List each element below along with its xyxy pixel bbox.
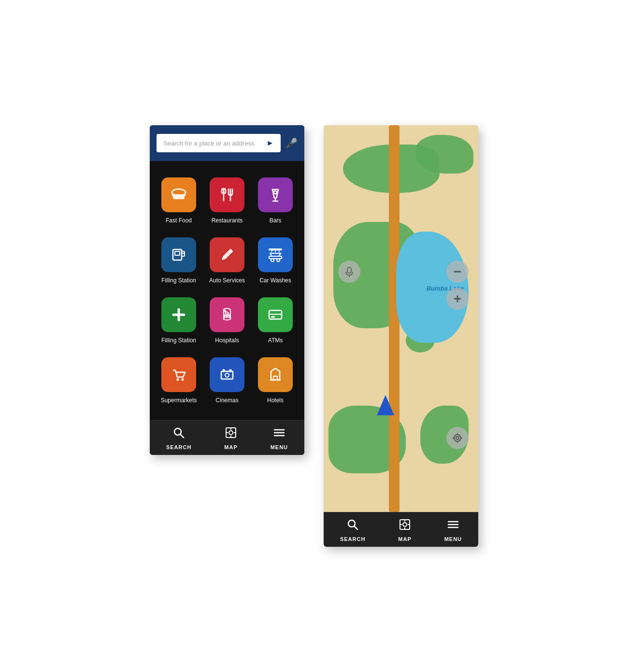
atms-icon-box: [258, 297, 293, 332]
filling-station-icon-box: [161, 237, 196, 272]
phone-left: Search for a place or an address ► 🎤 Fas…: [150, 125, 304, 455]
svg-point-28: [177, 379, 179, 381]
svg-point-13: [223, 257, 225, 259]
restaurants-icon-box: [210, 177, 244, 212]
icons-grid: Fast Food Restaurants Bars Filling Stati: [150, 161, 304, 420]
supermarkets-icon-box: [161, 357, 196, 392]
map-nav-menu[interactable]: MENU: [444, 518, 462, 542]
svg-point-29: [182, 379, 184, 381]
map-search-nav-icon: [346, 518, 359, 534]
map-area: Bumba Lake: [324, 125, 478, 512]
left-bottom-nav: SEARCH MAP MENU: [150, 420, 304, 455]
svg-point-55: [456, 437, 459, 439]
map-nav-search[interactable]: SEARCH: [340, 518, 365, 542]
svg-point-6: [274, 191, 277, 194]
grid-item-hospitals[interactable]: Hospitals: [203, 291, 251, 351]
cinemas-icon-box: [210, 357, 244, 392]
search-nav-icon: [172, 426, 185, 442]
auto-services-label: Auto Services: [209, 277, 245, 284]
atms-label: ATMs: [268, 337, 283, 344]
svg-line-39: [180, 434, 184, 438]
svg-point-17: [277, 259, 280, 262]
grid-item-car-washes[interactable]: Car Washes: [251, 231, 300, 291]
hospitals-label: Hospitals: [215, 337, 239, 344]
hotels-label: Hotels: [267, 397, 284, 404]
auto-services-icon-box: [210, 237, 244, 272]
map-search-nav-label: SEARCH: [340, 536, 365, 542]
map-mic-button[interactable]: [338, 261, 360, 283]
grid-item-cinemas[interactable]: Cinemas: [203, 351, 251, 410]
grid-item-supermarkets[interactable]: Supermarkets: [155, 351, 203, 410]
grid-item-auto-services[interactable]: Auto Services: [203, 231, 251, 291]
grid-item-bars[interactable]: Bars: [251, 171, 300, 231]
search-nav-label: SEARCH: [166, 444, 191, 450]
bars-label: Bars: [270, 217, 282, 224]
map-nav-map[interactable]: MAP: [398, 518, 411, 542]
location-arrow: [377, 395, 394, 415]
svg-rect-15: [269, 256, 282, 259]
map-map-nav-label: MAP: [398, 536, 411, 542]
filling-station-2-label: Filling Station: [161, 337, 196, 344]
hospitals-icon-box: [210, 297, 244, 332]
svg-point-41: [229, 431, 233, 435]
svg-point-63: [403, 523, 407, 526]
svg-rect-2: [172, 194, 186, 196]
svg-rect-30: [221, 371, 233, 379]
svg-point-16: [271, 259, 274, 262]
map-nav-icon: [225, 426, 237, 442]
svg-rect-3: [173, 196, 185, 199]
svg-line-61: [354, 526, 357, 529]
right-bottom-nav: SEARCH MAP MENU: [324, 512, 478, 547]
svg-rect-27: [271, 316, 275, 318]
filling-station-label: Filling Station: [161, 277, 196, 284]
phone-right: Bumba Lake SEARCH: [324, 125, 478, 547]
grid-item-atms[interactable]: ATMs: [251, 291, 300, 351]
search-arrow-icon: ►: [266, 139, 274, 147]
map-nav-label: MAP: [224, 444, 237, 450]
fast-food-icon-box: [161, 177, 196, 212]
restaurants-label: Restaurants: [212, 217, 243, 224]
grid-item-filling-station-2[interactable]: Filling Station: [155, 291, 203, 351]
grid-item-fast-food[interactable]: Fast Food: [155, 171, 203, 231]
green-patch-2: [415, 135, 473, 174]
grid-item-filling-station[interactable]: Filling Station: [155, 231, 203, 291]
nav-menu[interactable]: MENU: [271, 426, 288, 450]
map-zoom-in-button[interactable]: [446, 288, 469, 310]
car-washes-icon-box: [258, 237, 293, 272]
search-bar-container: Search for a place or an address ► 🎤: [150, 125, 304, 161]
app-container: Search for a place or an address ► 🎤 Fas…: [150, 125, 478, 547]
nav-map[interactable]: MAP: [224, 426, 237, 450]
filling-station-2-icon-box: [161, 297, 196, 332]
map-menu-nav-icon: [447, 518, 459, 534]
map-zoom-out-button[interactable]: [446, 261, 469, 283]
grid-item-restaurants[interactable]: Restaurants: [203, 171, 251, 231]
bars-icon-box: [258, 177, 293, 212]
search-placeholder: Search for a place or an address: [163, 140, 255, 147]
grid-item-hotels[interactable]: Hotels: [251, 351, 300, 410]
mic-icon[interactable]: 🎤: [285, 137, 298, 149]
cinemas-label: Cinemas: [215, 397, 238, 404]
menu-nav-label: MENU: [271, 444, 288, 450]
svg-rect-10: [175, 251, 180, 255]
search-bar[interactable]: Search for a place or an address ►: [157, 134, 281, 152]
svg-point-31: [225, 373, 229, 377]
supermarkets-label: Supermarkets: [161, 397, 197, 404]
fast-food-label: Fast Food: [166, 217, 192, 224]
car-washes-label: Car Washes: [259, 277, 291, 284]
svg-rect-49: [347, 267, 351, 273]
svg-point-54: [454, 435, 461, 441]
map-target-button[interactable]: [446, 427, 469, 449]
hotels-icon-box: [258, 357, 293, 392]
map-map-nav-icon: [399, 518, 411, 534]
menu-nav-icon: [273, 426, 285, 442]
nav-search[interactable]: SEARCH: [166, 426, 191, 450]
map-menu-nav-label: MENU: [444, 536, 462, 542]
